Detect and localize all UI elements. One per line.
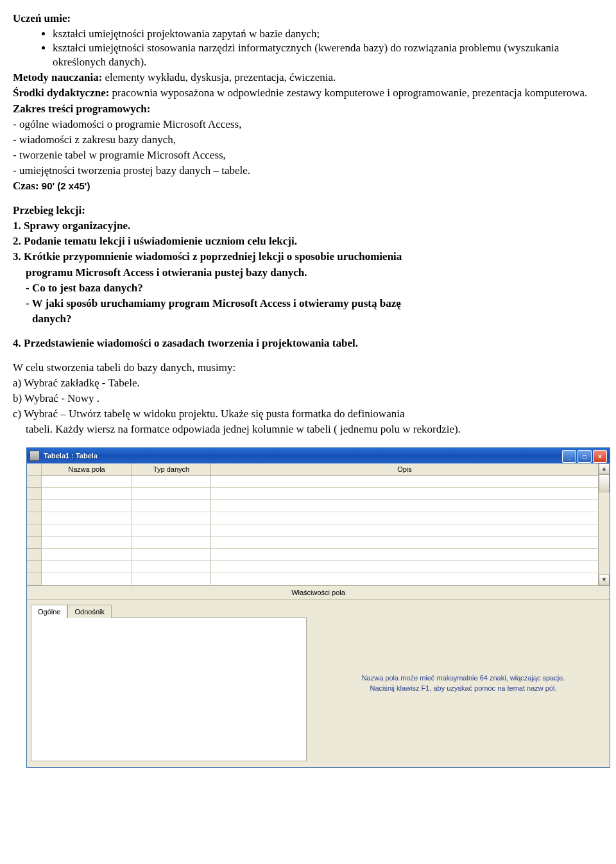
cell-opis[interactable] xyxy=(211,488,598,499)
close-button[interactable]: × xyxy=(593,450,607,463)
table-row[interactable] xyxy=(27,500,598,512)
srodki-label: Środki dydaktyczne: xyxy=(13,87,109,99)
cell-opis[interactable] xyxy=(211,537,598,548)
para-c1: c) Wybrać – Utwórz tabelę w widoku proje… xyxy=(13,407,603,421)
zakres-item: - tworzenie tabel w programie Microsoft … xyxy=(13,148,603,162)
row-selector[interactable] xyxy=(27,476,42,488)
row-selector[interactable] xyxy=(27,549,42,561)
titlebar[interactable]: Tabela1 : Tabela _ □ × xyxy=(27,448,610,463)
cell-opis[interactable] xyxy=(211,561,598,573)
table-row[interactable] xyxy=(27,476,598,488)
table-row[interactable] xyxy=(27,573,598,585)
step-4: 4. Przedstawienie wiadomości o zasadach … xyxy=(13,336,603,350)
hint-line2: Naciśnij klawisz F1, aby uzyskać pomoc n… xyxy=(370,684,556,692)
zakres-item: - umiejętności tworzenia prostej bazy da… xyxy=(13,164,603,178)
window-title: Tabela1 : Tabela xyxy=(44,451,98,460)
row-selector[interactable] xyxy=(27,537,42,549)
cell-nazwa[interactable] xyxy=(42,573,132,585)
para-intro: W celu stworzenia tabeli do bazy danych,… xyxy=(13,361,603,375)
srodki-text: pracownia wyposażona w odpowiednie zesta… xyxy=(109,87,587,99)
col-header-typ[interactable]: Typ danych xyxy=(132,463,211,475)
cell-typ[interactable] xyxy=(132,561,211,573)
cell-typ[interactable] xyxy=(132,512,211,524)
table-icon xyxy=(30,451,40,461)
metody-text: elementy wykładu, dyskusja, prezentacja,… xyxy=(102,71,336,83)
row-selector[interactable] xyxy=(27,512,42,524)
col-header-nazwa[interactable]: Nazwa pola xyxy=(42,463,132,475)
cell-opis[interactable] xyxy=(211,512,598,524)
scroll-down-icon[interactable]: ▼ xyxy=(599,575,610,585)
row-selector[interactable] xyxy=(27,561,42,573)
table-row[interactable] xyxy=(27,561,598,573)
step-3-q2-line2: danych? xyxy=(13,312,603,326)
row-selector[interactable] xyxy=(27,573,42,585)
step-3-line1: 3. Krótkie przypomnienie wiadomości z po… xyxy=(13,250,603,264)
zakres-label: Zakres treści programowych: xyxy=(13,102,603,116)
table-row[interactable] xyxy=(27,512,598,524)
table-row[interactable] xyxy=(27,537,598,549)
cell-nazwa[interactable] xyxy=(42,512,132,524)
cell-typ[interactable] xyxy=(132,488,211,499)
skill-item: kształci umiejętności projektowania zapy… xyxy=(53,27,603,41)
skills-list: kształci umiejętności projektowania zapy… xyxy=(13,27,603,69)
cell-typ[interactable] xyxy=(132,476,211,487)
table-row[interactable] xyxy=(27,549,598,561)
step-1: 1. Sprawy organizacyjne. xyxy=(13,219,603,233)
minimize-button[interactable]: _ xyxy=(562,450,576,463)
row-selector-header xyxy=(27,463,42,476)
cell-nazwa[interactable] xyxy=(42,549,132,560)
field-properties-label: Właściwości pola xyxy=(27,585,610,600)
cell-nazwa[interactable] xyxy=(42,537,132,548)
para-c2: tabeli. Każdy wiersz na formatce odpowia… xyxy=(13,422,603,436)
czas-line: Czas: 90' (2 x45') xyxy=(13,179,603,193)
step-2: 2. Podanie tematu lekcji i uświadomienie… xyxy=(13,234,603,248)
cell-opis[interactable] xyxy=(211,500,598,512)
window-controls: _ □ × xyxy=(562,450,607,463)
zakres-item: - ogólne wiadomości o programie Microsof… xyxy=(13,117,603,132)
czas-label: Czas: xyxy=(13,180,42,192)
czas-value: 90' (2 x45') xyxy=(42,180,90,191)
table-row[interactable] xyxy=(27,524,598,537)
row-selector[interactable] xyxy=(27,500,42,512)
cell-typ[interactable] xyxy=(132,500,211,512)
przebieg-label: Przebieg lekcji: xyxy=(13,203,603,218)
cell-opis[interactable] xyxy=(211,476,598,487)
scroll-up-icon[interactable]: ▲ xyxy=(599,463,610,474)
cell-opis[interactable] xyxy=(211,549,598,560)
cell-nazwa[interactable] xyxy=(42,524,132,536)
cell-opis[interactable] xyxy=(211,524,598,536)
srodki-line: Środki dydaktyczne: pracownia wyposażona… xyxy=(13,86,603,100)
vertical-scrollbar[interactable]: ▲ ▼ xyxy=(598,463,610,585)
cell-nazwa[interactable] xyxy=(42,561,132,573)
cell-typ[interactable] xyxy=(132,573,211,585)
cell-typ[interactable] xyxy=(132,537,211,548)
scroll-thumb[interactable] xyxy=(599,474,610,492)
metody-label: Metody nauczania: xyxy=(13,71,102,83)
columns-header: Nazwa pola Typ danych Opis xyxy=(27,463,598,476)
tab-odnosnik[interactable]: Odnośnik xyxy=(67,605,111,618)
cell-opis[interactable] xyxy=(211,573,598,585)
tab-ogolne[interactable]: Ogólne xyxy=(31,605,67,618)
heading-uczen-umie: Uczeń umie: xyxy=(13,12,603,26)
zakres-item: - wiadomości z zakresu bazy danych, xyxy=(13,133,603,147)
para-b: b) Wybrać - Nowy . xyxy=(13,392,603,406)
tab-panel[interactable] xyxy=(31,618,307,761)
row-selector[interactable] xyxy=(27,488,42,500)
access-window: Tabela1 : Tabela _ □ × Nazwa pola Typ da… xyxy=(27,448,610,766)
tabs: Ogólne Odnośnik xyxy=(31,604,313,618)
cell-typ[interactable] xyxy=(132,524,211,536)
step-3-line2: programu Microsoft Access i otwierania p… xyxy=(13,266,603,280)
maximize-button[interactable]: □ xyxy=(578,450,592,463)
row-selector[interactable] xyxy=(27,524,42,537)
cell-typ[interactable] xyxy=(132,549,211,560)
hint-line1: Nazwa pola może mieć maksymalnie 64 znak… xyxy=(362,674,565,682)
hint-text: Nazwa pola może mieć maksymalnie 64 znak… xyxy=(362,673,565,693)
col-header-opis[interactable]: Opis xyxy=(211,463,598,475)
table-row[interactable] xyxy=(27,488,598,500)
cell-nazwa[interactable] xyxy=(42,500,132,512)
cell-nazwa[interactable] xyxy=(42,476,132,487)
metody-line: Metody nauczania: elementy wykładu, dysk… xyxy=(13,71,603,85)
step-3-q2-line1: - W jaki sposób uruchamiamy program Micr… xyxy=(13,297,603,311)
design-grid: Nazwa pola Typ danych Opis ▲ ▼ Właściwoś… xyxy=(27,463,610,766)
cell-nazwa[interactable] xyxy=(42,488,132,499)
